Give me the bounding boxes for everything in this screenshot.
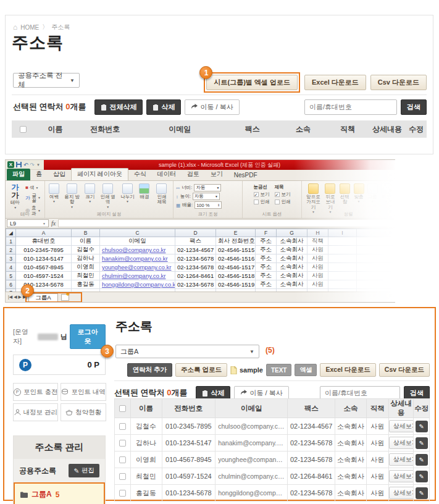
theme-colors-button[interactable]: ■색▼ [24, 185, 42, 191]
cell[interactable] [357, 280, 396, 289]
cell[interactable]: 회사 전화번호 [216, 237, 256, 246]
sheet-tab-groupA[interactable]: 그룹A [28, 293, 57, 302]
headings-view-checkbox[interactable]: ✓보기 [275, 191, 291, 198]
csv-download-button[interactable]: Csv 다운로드 [370, 75, 427, 90]
cell[interactable]: 사원 [307, 254, 328, 263]
cell-name-box[interactable]: L9▼ [7, 219, 49, 227]
tab-formulas[interactable]: 수식 [128, 169, 152, 180]
gridlines-print-checkbox[interactable]: 인쇄 [254, 199, 270, 205]
cell[interactable]: 홍길동 [72, 280, 100, 289]
row-checkbox[interactable] [119, 440, 126, 447]
cell[interactable]: 이메일 [100, 237, 175, 246]
cell[interactable]: 사원 [307, 246, 328, 254]
size-button[interactable]: 크기▼ [83, 183, 96, 209]
search-button[interactable]: 검색 [401, 99, 427, 115]
detail-button[interactable]: 상세보기 [389, 437, 414, 449]
cell[interactable]: 주소 [256, 272, 277, 280]
cell[interactable] [328, 246, 357, 254]
cell[interactable]: 소속회사 [277, 280, 307, 289]
undo-icon[interactable]: ↶ [23, 162, 28, 168]
cell[interactable]: 최철민 [72, 272, 100, 280]
cell[interactable] [328, 237, 357, 246]
print-titles-button[interactable]: 인쇄 제목 [153, 183, 170, 209]
prev-sheet-icon[interactable]: ◀ [14, 295, 17, 300]
col-header[interactable]: A [16, 229, 72, 237]
tab-file[interactable]: 파일 [7, 169, 30, 180]
cell[interactable]: 02-1234-4567 [175, 246, 216, 254]
background-button[interactable]: 배경 [138, 183, 151, 209]
tab-page-layout[interactable]: 페이지 레이아웃 [71, 168, 128, 180]
col-header[interactable]: I [328, 229, 357, 237]
cell[interactable]: 02-4546-1515 [216, 246, 256, 254]
my-info-button[interactable]: 내정보 관리 [13, 403, 58, 421]
select-all-checkbox[interactable] [119, 405, 126, 412]
cell[interactable]: 02-4546-1518 [216, 272, 256, 280]
cell[interactable] [357, 263, 396, 272]
cell[interactable]: 02-1234-5678 [175, 263, 216, 272]
edit-contact-button[interactable]: ✎ [416, 454, 428, 466]
tab-insert[interactable]: 삽입 [48, 169, 71, 180]
point-charge-button[interactable]: P 포인트 충전 [13, 383, 58, 401]
col-header[interactable]: D [175, 229, 216, 237]
cell[interactable]: 주소 [256, 280, 277, 289]
group-button[interactable]: 그룹▼ [366, 183, 378, 214]
theme-fonts-button[interactable]: 가글꼴▼ [24, 193, 42, 204]
tab-review[interactable]: 검토 [182, 169, 205, 180]
gridlines-view-checkbox[interactable]: ✓보기 [254, 191, 270, 198]
email-link[interactable]: chulsoo@company.co.kr [102, 246, 165, 253]
edit-contact-button[interactable]: ✎ [416, 487, 428, 499]
row-header[interactable]: 5 [6, 272, 16, 280]
col-header[interactable]: E [216, 229, 256, 237]
cell[interactable]: 팩스 [175, 237, 216, 246]
cell[interactable]: 사원 [307, 263, 328, 272]
cell[interactable]: 02-1234-5678 [175, 280, 216, 289]
edit-contact-button[interactable]: ✎ [416, 437, 428, 449]
cell[interactable] [328, 263, 357, 272]
delete-button[interactable]: 삭제 [146, 99, 181, 115]
cell[interactable]: 소속회사 [277, 237, 307, 246]
subscription-status-button[interactable]: 청약현황 [61, 403, 106, 421]
select-all-checkbox[interactable] [20, 126, 27, 133]
cell[interactable]: 02-4546-1519 [216, 280, 256, 289]
cell[interactable]: 사원 [307, 272, 328, 280]
cell[interactable]: 02-1264-8461 [175, 272, 216, 280]
cell[interactable] [328, 272, 357, 280]
email-link[interactable]: younghee@company.co.kr [102, 264, 171, 271]
headings-print-checkbox[interactable]: 인쇄 [275, 199, 291, 205]
sidebar-group-groupA[interactable]: 그룹A 5 [14, 482, 105, 504]
cell[interactable]: honggildong@company.co.kr [100, 280, 175, 289]
cell[interactable] [357, 246, 396, 254]
tab-data[interactable]: 데이터 [152, 169, 182, 180]
row-checkbox[interactable] [119, 423, 126, 430]
grid-corner[interactable]: ◢ [6, 229, 16, 237]
add-contact-button[interactable]: 연락처 추가 [127, 363, 172, 377]
cell[interactable]: 소속회사 [277, 254, 307, 263]
send-backward-button[interactable]: 뒤로 보내기▼ [324, 183, 337, 214]
search-input[interactable] [304, 99, 397, 115]
print-area-button[interactable]: 인쇄 영역▼ [99, 183, 117, 209]
sample-text-button[interactable]: TEXT [266, 364, 292, 376]
cell[interactable]: hanakim@company.co.kr [100, 254, 175, 263]
height-select[interactable]: 자동▼ [193, 193, 220, 200]
cell[interactable]: 02-4546-1516 [216, 254, 256, 263]
row-header[interactable]: 1 [6, 237, 16, 246]
cell[interactable] [357, 237, 396, 246]
row-header[interactable]: 4 [6, 263, 16, 272]
formula-input[interactable] [58, 219, 395, 227]
rotate-button[interactable]: 회전▼ [380, 183, 392, 214]
cell[interactable]: chulsoo@company.co.kr [100, 246, 175, 254]
cell[interactable]: 010-4597-1524 [16, 272, 72, 280]
breaks-button[interactable]: 나누기▼ [119, 183, 136, 209]
orientation-button[interactable]: 용지 방향▼ [63, 183, 82, 209]
cell[interactable]: 주소 [256, 246, 277, 254]
cell[interactable]: 휴대번호 [16, 237, 72, 246]
first-sheet-icon[interactable]: |◀ [8, 295, 12, 300]
detail-button[interactable]: 상세보기 [389, 420, 414, 432]
excel-download-button[interactable]: Excel 다운로드 [304, 75, 366, 90]
cell[interactable]: 주소 [256, 254, 277, 263]
breadcrumb-home[interactable]: HOME [20, 24, 39, 31]
edit-button[interactable]: ✎ 편집 [69, 464, 99, 477]
email-link[interactable]: hanakim@company.co.kr [102, 255, 168, 262]
upload-addressbook-button[interactable]: 주소록 업로드 [175, 363, 227, 377]
cell[interactable]: 02-4546-1517 [216, 263, 256, 272]
